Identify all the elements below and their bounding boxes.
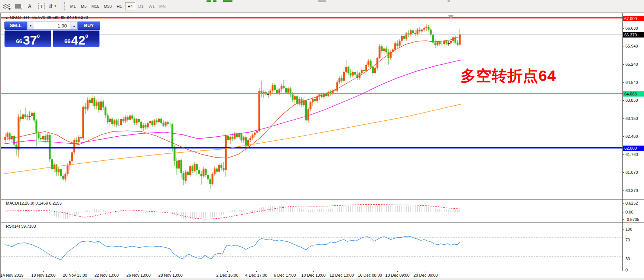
- symbol-period-label: UKOil-,H4: [10, 15, 29, 20]
- time-tick-label: 22 Nov 13:00: [94, 273, 118, 277]
- mt4-terminal: E F A T ⇵ ▼ M1 M5 M15 M30 H1 H4 D1 W1 MN: [0, 0, 644, 280]
- toolbar: E F A T ⇵ ▼ M1 M5 M15 M30 H1 H4 D1 W1 MN: [0, 0, 644, 13]
- price-tick: [623, 82, 624, 83]
- volume-input[interactable]: [34, 22, 71, 30]
- volume-decrease-button[interactable]: ▼: [27, 22, 34, 30]
- rsi-tick-label: 70: [625, 238, 644, 242]
- time-tick-label: 18 Nov 12:00: [31, 273, 55, 277]
- rsi-tick-label: 100: [625, 227, 644, 231]
- bid-big-digits: 37: [23, 34, 37, 46]
- macd-panel-plot[interactable]: [1, 200, 622, 222]
- time-tick: [313, 271, 314, 272]
- price-tick-label: 63.850: [625, 98, 644, 102]
- time-tick: [107, 271, 107, 272]
- buy-button[interactable]: BUY: [78, 22, 100, 30]
- price-tick: [623, 118, 624, 119]
- rsi-line: [5, 236, 460, 260]
- time-tick-label: 16 Dec 08:00: [358, 273, 382, 277]
- price-tag-green: 64.088: [623, 91, 644, 97]
- time-tick: [342, 271, 342, 272]
- rsi-tick: [623, 270, 624, 270]
- price-tick: [623, 154, 624, 155]
- time-tick: [285, 271, 285, 272]
- time-tick-label: 18 Dec 09:00: [385, 273, 409, 277]
- time-tick: [43, 271, 44, 272]
- arrows-tool-icon[interactable]: ⇵ ▼: [48, 2, 58, 11]
- time-tick-label: 26 Nov 13:00: [126, 273, 150, 277]
- indicator-hatch-icon[interactable]: E: [2, 2, 12, 11]
- price-tag-blue: 62.000: [623, 146, 644, 151]
- macd-tick-label: -0.5705: [625, 217, 644, 222]
- time-tick-label: 20 Nov 13:00: [63, 273, 87, 277]
- price-tick: [623, 28, 624, 29]
- time-tick: [426, 271, 426, 272]
- tab-m15[interactable]: M15: [90, 2, 101, 10]
- time-tick-label: 2 Dec 16:00: [216, 273, 238, 277]
- ask-price-tile[interactable]: 66 42 0: [53, 30, 100, 47]
- time-tick: [75, 271, 75, 272]
- price-tick: [623, 191, 624, 191]
- ask-pip-digit: 0: [85, 33, 88, 39]
- rsi-indicator-label: RSI(14) 59.7183: [6, 224, 36, 228]
- macd-tick: [623, 203, 624, 204]
- rsi-tick: [623, 259, 624, 259]
- macd-tick: [623, 212, 624, 212]
- time-tick-label: 4 Dec 17:00: [245, 273, 267, 277]
- price-tick: [623, 100, 624, 101]
- tab-h1[interactable]: H1: [114, 2, 124, 10]
- textbox-icon[interactable]: T: [36, 2, 46, 11]
- macd-tick: [623, 219, 624, 220]
- tab-mn[interactable]: MN: [157, 2, 167, 10]
- fibonacci-grid-icon[interactable]: F: [13, 2, 23, 11]
- collapse-icon[interactable]: ▲: [5, 16, 8, 20]
- chart-window: ▲UKOil-,H465.970 66.580 65.940 66.370 SE…: [0, 13, 644, 278]
- ask-prefix: 66: [64, 38, 71, 44]
- text-label-glyph: A: [28, 3, 31, 9]
- sell-button[interactable]: SELL: [4, 22, 27, 30]
- price-tag-red: 67.000: [623, 16, 644, 21]
- panel-separator-highlight: [1, 200, 644, 200]
- ma-mid: [4, 60, 461, 144]
- one-click-trading-panel: SELL ▼ ▲ BUY 66 37 0 66 42 0: [4, 22, 100, 47]
- price-tick-label: 64.540: [625, 80, 644, 85]
- time-tick: [12, 271, 12, 272]
- tab-h4[interactable]: H4: [125, 2, 135, 10]
- price-tick: [623, 172, 624, 173]
- status-bar: [0, 278, 644, 280]
- panel-separator-highlight: [1, 223, 644, 223]
- rsi-panel-plot[interactable]: [1, 223, 622, 271]
- text-label-icon[interactable]: A: [25, 2, 35, 11]
- time-tick: [139, 271, 139, 272]
- time-tick-label: 14 Nov 2019: [0, 273, 23, 277]
- time-tick: [397, 271, 398, 272]
- price-tick: [623, 46, 624, 46]
- price-tick-label: 61.070: [625, 170, 644, 175]
- bid-price-tile[interactable]: 66 37 0: [4, 30, 51, 47]
- toolbar-separator: [62, 2, 65, 10]
- chart-shift-marker-icon[interactable]: [448, 15, 454, 19]
- price-tick-label: 63.150: [625, 116, 644, 121]
- arrows-glyph: ⇵: [49, 3, 53, 9]
- time-axis-line: [1, 271, 644, 271]
- time-tick: [256, 271, 257, 272]
- time-tick-label: 10 Dec 13:00: [301, 273, 325, 277]
- chevron-down-icon: ▼: [54, 4, 57, 8]
- rsi-tick: [623, 229, 624, 229]
- bid-prefix: 66: [16, 38, 22, 44]
- grid-sub-label: F: [21, 7, 23, 11]
- tab-m1[interactable]: M1: [68, 2, 78, 10]
- rsi-tick: [623, 240, 624, 240]
- tab-d1[interactable]: D1: [136, 2, 146, 10]
- price-tick-label: 61.760: [625, 152, 644, 157]
- volume-increase-button[interactable]: ▲: [71, 22, 78, 30]
- textbox-glyph: T: [38, 3, 45, 9]
- time-tick-label: 20 Dec 09:00: [413, 273, 438, 277]
- price-tag-black: 66.370: [623, 32, 644, 38]
- macd-histogram: [5, 205, 460, 219]
- chart-annotation-text: 多空转折点64: [461, 66, 556, 86]
- price-tick-label: 65.240: [625, 62, 644, 66]
- tab-w1[interactable]: W1: [147, 2, 157, 10]
- macd-indicator-label: MACD(12,26,9) 0.1469 0.2153: [6, 201, 62, 205]
- tab-m5[interactable]: M5: [79, 2, 89, 10]
- tab-m30[interactable]: M30: [102, 2, 113, 10]
